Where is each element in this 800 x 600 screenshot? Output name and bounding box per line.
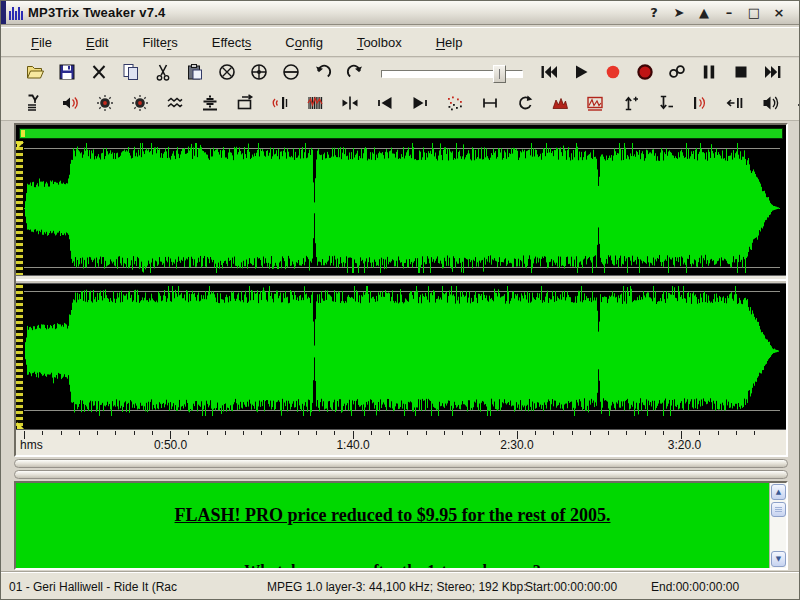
normalize-button[interactable] bbox=[198, 92, 222, 118]
skip-to-start-button[interactable] bbox=[537, 61, 561, 87]
spectrum-button[interactable] bbox=[583, 92, 607, 118]
loop-icon bbox=[667, 62, 687, 86]
volume-boost-button[interactable] bbox=[58, 92, 82, 118]
copy-button[interactable] bbox=[119, 61, 143, 87]
menu-filters[interactable]: Filters bbox=[142, 35, 177, 50]
redo-button[interactable] bbox=[343, 61, 367, 87]
menu-file[interactable]: File bbox=[31, 35, 52, 50]
cut-button[interactable] bbox=[151, 61, 175, 87]
ruler-tick bbox=[42, 431, 43, 435]
marker-add-button[interactable] bbox=[247, 61, 271, 87]
compress-button[interactable] bbox=[723, 92, 747, 118]
peaks-button[interactable] bbox=[548, 92, 572, 118]
status-track-name: 01 - Geri Halliwell - Ride It (Rac bbox=[9, 580, 177, 594]
selection-edge-strip bbox=[16, 141, 23, 430]
center-icon bbox=[340, 93, 360, 117]
repeat-button[interactable] bbox=[513, 92, 537, 118]
center-channel-button[interactable] bbox=[338, 92, 362, 118]
balance-knob-2-button[interactable] bbox=[128, 92, 152, 118]
preview-speaker-button[interactable] bbox=[758, 92, 782, 118]
knob-icon bbox=[95, 93, 115, 117]
menu-toolbox[interactable]: Toolbox bbox=[357, 35, 402, 50]
save-file-button[interactable] bbox=[55, 61, 79, 87]
noise-reduction-button[interactable] bbox=[303, 92, 327, 118]
fade-in-button[interactable] bbox=[373, 92, 397, 118]
ruler-tick bbox=[699, 431, 700, 435]
zoom-scrollbar[interactable] bbox=[14, 470, 788, 479]
menu-effects[interactable]: Effects bbox=[212, 35, 252, 50]
left-bars-icon bbox=[725, 93, 745, 117]
loop-button[interactable] bbox=[665, 61, 689, 87]
maximize-button[interactable]: □ bbox=[746, 4, 762, 22]
attenuate-down-button[interactable] bbox=[653, 92, 677, 118]
waveform-area[interactable] bbox=[16, 141, 786, 430]
context-help-cursor-button[interactable]: ➤ bbox=[671, 4, 687, 22]
record-button[interactable] bbox=[601, 61, 625, 87]
scroll-down-icon[interactable]: ▼ bbox=[771, 551, 786, 567]
dither-button[interactable] bbox=[443, 92, 467, 118]
help-button[interactable]: ? bbox=[646, 4, 662, 22]
ruler-tick bbox=[298, 431, 299, 435]
save-icon bbox=[57, 62, 77, 86]
title-bar: MP3Trix Tweaker v7.4 ?➤▲–□× bbox=[1, 1, 799, 25]
title-controls: ?➤▲–□× bbox=[646, 4, 799, 22]
overview-position-marker bbox=[21, 130, 25, 137]
rotate-icon bbox=[515, 93, 535, 117]
balance-knob-1-button[interactable] bbox=[93, 92, 117, 118]
record-alt-button[interactable] bbox=[633, 61, 657, 87]
waveform-left-channel[interactable] bbox=[24, 141, 780, 275]
amplify-up-button[interactable] bbox=[618, 92, 642, 118]
menu-config[interactable]: Config bbox=[285, 35, 323, 50]
spectrum-icon bbox=[585, 93, 605, 117]
peaks-icon bbox=[550, 93, 570, 117]
menu-help[interactable]: Help bbox=[436, 35, 463, 50]
menu-edit[interactable]: Edit bbox=[86, 35, 108, 50]
pause-button[interactable] bbox=[697, 61, 721, 87]
paste-button[interactable] bbox=[183, 61, 207, 87]
ad-headline-link[interactable]: FLASH! PRO price reduced to $9.95 for th… bbox=[16, 505, 769, 526]
down-minus-icon bbox=[655, 93, 675, 117]
skip-to-end-button[interactable] bbox=[761, 61, 785, 87]
trim-button[interactable] bbox=[233, 92, 257, 118]
seek-slider[interactable] bbox=[381, 64, 523, 84]
close-button[interactable]: × bbox=[771, 4, 787, 22]
ruler-tick bbox=[97, 431, 98, 435]
redo-icon bbox=[345, 62, 365, 86]
app-icon bbox=[9, 6, 23, 20]
marker-delete-button[interactable] bbox=[215, 61, 239, 87]
open-file-button[interactable] bbox=[23, 61, 47, 87]
ruler-tick bbox=[24, 431, 25, 439]
delete-button[interactable] bbox=[87, 61, 111, 87]
reverb-button[interactable] bbox=[688, 92, 712, 118]
ad-scrollbar[interactable]: ▲ ▼ bbox=[769, 483, 786, 568]
selection-bracket-button[interactable] bbox=[478, 92, 502, 118]
ruler-tick bbox=[499, 431, 500, 435]
undo-button[interactable] bbox=[311, 61, 335, 87]
filter-funnel-button[interactable] bbox=[23, 92, 47, 118]
pin-button[interactable]: ▲ bbox=[696, 4, 712, 22]
horizontal-scrollbar[interactable] bbox=[14, 459, 788, 468]
ruler-tick bbox=[280, 431, 281, 435]
echo-button[interactable] bbox=[268, 92, 292, 118]
minimize-button[interactable]: – bbox=[721, 4, 737, 22]
status-end-time: End:00:00:00:00 bbox=[651, 580, 739, 594]
scrollbar-thumb[interactable] bbox=[771, 502, 786, 517]
shift-plus-button[interactable] bbox=[793, 92, 800, 118]
wave-effect-button[interactable] bbox=[163, 92, 187, 118]
status-bar: 01 - Geri Halliwell - Ride It (Rac MPEG … bbox=[1, 572, 799, 600]
scroll-up-icon[interactable]: ▲ bbox=[771, 484, 786, 500]
bracket-icon bbox=[480, 93, 500, 117]
waveform-right-channel[interactable] bbox=[24, 284, 780, 418]
marker-remove-button[interactable] bbox=[279, 61, 303, 87]
play-button[interactable] bbox=[569, 61, 593, 87]
ruler-tick bbox=[480, 431, 481, 435]
ruler-tick bbox=[626, 431, 627, 435]
effects-toolbar bbox=[1, 90, 799, 121]
slider-thumb[interactable] bbox=[493, 65, 506, 83]
main-toolbar bbox=[1, 58, 799, 90]
fade-out-button[interactable] bbox=[408, 92, 432, 118]
ad-content[interactable]: FLASH! PRO price reduced to $9.95 for th… bbox=[16, 483, 769, 568]
pause-icon bbox=[699, 62, 719, 86]
stop-button[interactable] bbox=[729, 61, 753, 87]
overview-position-bar[interactable] bbox=[19, 128, 783, 139]
